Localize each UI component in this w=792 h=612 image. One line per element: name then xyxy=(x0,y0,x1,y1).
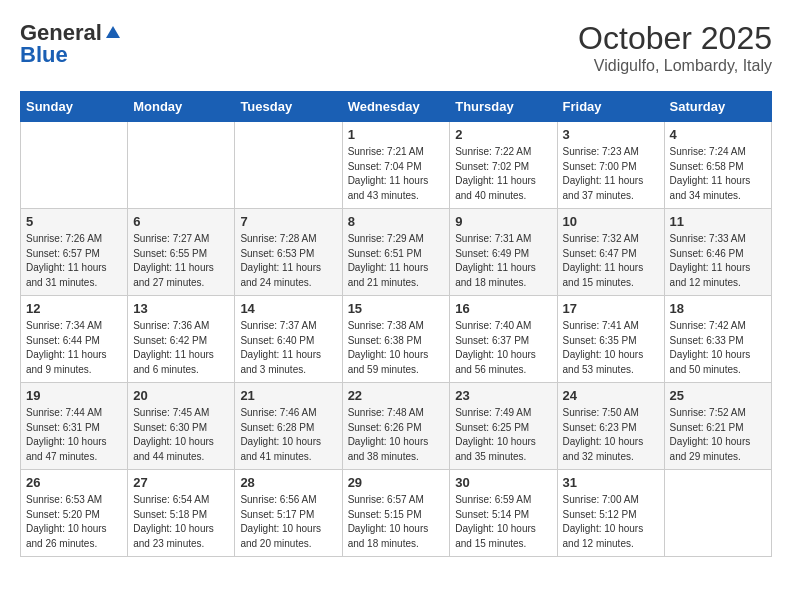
calendar-cell: 15Sunrise: 7:38 AM Sunset: 6:38 PM Dayli… xyxy=(342,296,450,383)
calendar-cell: 6Sunrise: 7:27 AM Sunset: 6:55 PM Daylig… xyxy=(128,209,235,296)
day-info: Sunrise: 7:21 AM Sunset: 7:04 PM Dayligh… xyxy=(348,145,445,203)
calendar-cell: 17Sunrise: 7:41 AM Sunset: 6:35 PM Dayli… xyxy=(557,296,664,383)
day-info: Sunrise: 6:56 AM Sunset: 5:17 PM Dayligh… xyxy=(240,493,336,551)
day-number: 21 xyxy=(240,388,336,403)
logo-blue: Blue xyxy=(20,42,68,68)
calendar-cell: 27Sunrise: 6:54 AM Sunset: 5:18 PM Dayli… xyxy=(128,470,235,557)
day-info: Sunrise: 7:52 AM Sunset: 6:21 PM Dayligh… xyxy=(670,406,766,464)
calendar-cell: 31Sunrise: 7:00 AM Sunset: 5:12 PM Dayli… xyxy=(557,470,664,557)
day-info: Sunrise: 7:34 AM Sunset: 6:44 PM Dayligh… xyxy=(26,319,122,377)
calendar-week-row: 5Sunrise: 7:26 AM Sunset: 6:57 PM Daylig… xyxy=(21,209,772,296)
day-number: 4 xyxy=(670,127,766,142)
title-block: October 2025 Vidigulfo, Lombardy, Italy xyxy=(578,20,772,75)
day-number: 15 xyxy=(348,301,445,316)
day-info: Sunrise: 6:59 AM Sunset: 5:14 PM Dayligh… xyxy=(455,493,551,551)
calendar-cell: 19Sunrise: 7:44 AM Sunset: 6:31 PM Dayli… xyxy=(21,383,128,470)
location: Vidigulfo, Lombardy, Italy xyxy=(578,57,772,75)
day-number: 22 xyxy=(348,388,445,403)
day-number: 12 xyxy=(26,301,122,316)
day-info: Sunrise: 7:29 AM Sunset: 6:51 PM Dayligh… xyxy=(348,232,445,290)
calendar-cell: 7Sunrise: 7:28 AM Sunset: 6:53 PM Daylig… xyxy=(235,209,342,296)
day-number: 26 xyxy=(26,475,122,490)
calendar-cell: 28Sunrise: 6:56 AM Sunset: 5:17 PM Dayli… xyxy=(235,470,342,557)
day-number: 2 xyxy=(455,127,551,142)
day-number: 24 xyxy=(563,388,659,403)
day-number: 9 xyxy=(455,214,551,229)
calendar-cell: 11Sunrise: 7:33 AM Sunset: 6:46 PM Dayli… xyxy=(664,209,771,296)
day-number: 29 xyxy=(348,475,445,490)
day-info: Sunrise: 7:31 AM Sunset: 6:49 PM Dayligh… xyxy=(455,232,551,290)
calendar-cell: 25Sunrise: 7:52 AM Sunset: 6:21 PM Dayli… xyxy=(664,383,771,470)
day-info: Sunrise: 7:23 AM Sunset: 7:00 PM Dayligh… xyxy=(563,145,659,203)
weekday-header-sunday: Sunday xyxy=(21,92,128,122)
calendar-cell: 12Sunrise: 7:34 AM Sunset: 6:44 PM Dayli… xyxy=(21,296,128,383)
month-title: October 2025 xyxy=(578,20,772,57)
calendar-cell: 24Sunrise: 7:50 AM Sunset: 6:23 PM Dayli… xyxy=(557,383,664,470)
day-info: Sunrise: 7:36 AM Sunset: 6:42 PM Dayligh… xyxy=(133,319,229,377)
day-info: Sunrise: 7:32 AM Sunset: 6:47 PM Dayligh… xyxy=(563,232,659,290)
day-info: Sunrise: 7:49 AM Sunset: 6:25 PM Dayligh… xyxy=(455,406,551,464)
calendar-cell xyxy=(128,122,235,209)
day-number: 5 xyxy=(26,214,122,229)
day-info: Sunrise: 7:37 AM Sunset: 6:40 PM Dayligh… xyxy=(240,319,336,377)
calendar-cell: 23Sunrise: 7:49 AM Sunset: 6:25 PM Dayli… xyxy=(450,383,557,470)
calendar-cell: 2Sunrise: 7:22 AM Sunset: 7:02 PM Daylig… xyxy=(450,122,557,209)
day-number: 18 xyxy=(670,301,766,316)
calendar-cell xyxy=(664,470,771,557)
day-info: Sunrise: 7:33 AM Sunset: 6:46 PM Dayligh… xyxy=(670,232,766,290)
day-number: 19 xyxy=(26,388,122,403)
calendar-cell: 21Sunrise: 7:46 AM Sunset: 6:28 PM Dayli… xyxy=(235,383,342,470)
weekday-header-tuesday: Tuesday xyxy=(235,92,342,122)
day-info: Sunrise: 7:22 AM Sunset: 7:02 PM Dayligh… xyxy=(455,145,551,203)
calendar-cell: 14Sunrise: 7:37 AM Sunset: 6:40 PM Dayli… xyxy=(235,296,342,383)
day-number: 7 xyxy=(240,214,336,229)
day-number: 25 xyxy=(670,388,766,403)
day-number: 23 xyxy=(455,388,551,403)
day-number: 3 xyxy=(563,127,659,142)
day-number: 27 xyxy=(133,475,229,490)
svg-marker-0 xyxy=(106,26,120,38)
calendar-cell: 8Sunrise: 7:29 AM Sunset: 6:51 PM Daylig… xyxy=(342,209,450,296)
page-header: General Blue October 2025 Vidigulfo, Lom… xyxy=(20,20,772,75)
calendar-cell: 9Sunrise: 7:31 AM Sunset: 6:49 PM Daylig… xyxy=(450,209,557,296)
day-info: Sunrise: 7:40 AM Sunset: 6:37 PM Dayligh… xyxy=(455,319,551,377)
day-number: 13 xyxy=(133,301,229,316)
calendar-cell: 16Sunrise: 7:40 AM Sunset: 6:37 PM Dayli… xyxy=(450,296,557,383)
weekday-header-saturday: Saturday xyxy=(664,92,771,122)
day-info: Sunrise: 7:50 AM Sunset: 6:23 PM Dayligh… xyxy=(563,406,659,464)
calendar-cell: 29Sunrise: 6:57 AM Sunset: 5:15 PM Dayli… xyxy=(342,470,450,557)
day-info: Sunrise: 7:48 AM Sunset: 6:26 PM Dayligh… xyxy=(348,406,445,464)
day-number: 30 xyxy=(455,475,551,490)
day-info: Sunrise: 7:24 AM Sunset: 6:58 PM Dayligh… xyxy=(670,145,766,203)
day-number: 28 xyxy=(240,475,336,490)
calendar-table: SundayMondayTuesdayWednesdayThursdayFrid… xyxy=(20,91,772,557)
weekday-header-friday: Friday xyxy=(557,92,664,122)
day-info: Sunrise: 7:46 AM Sunset: 6:28 PM Dayligh… xyxy=(240,406,336,464)
weekday-header-monday: Monday xyxy=(128,92,235,122)
day-number: 10 xyxy=(563,214,659,229)
weekday-header-row: SundayMondayTuesdayWednesdayThursdayFrid… xyxy=(21,92,772,122)
calendar-week-row: 19Sunrise: 7:44 AM Sunset: 6:31 PM Dayli… xyxy=(21,383,772,470)
day-number: 17 xyxy=(563,301,659,316)
day-number: 8 xyxy=(348,214,445,229)
calendar-cell: 5Sunrise: 7:26 AM Sunset: 6:57 PM Daylig… xyxy=(21,209,128,296)
calendar-cell: 30Sunrise: 6:59 AM Sunset: 5:14 PM Dayli… xyxy=(450,470,557,557)
day-info: Sunrise: 7:45 AM Sunset: 6:30 PM Dayligh… xyxy=(133,406,229,464)
day-info: Sunrise: 7:38 AM Sunset: 6:38 PM Dayligh… xyxy=(348,319,445,377)
calendar-week-row: 12Sunrise: 7:34 AM Sunset: 6:44 PM Dayli… xyxy=(21,296,772,383)
day-number: 31 xyxy=(563,475,659,490)
calendar-cell: 3Sunrise: 7:23 AM Sunset: 7:00 PM Daylig… xyxy=(557,122,664,209)
calendar-cell: 18Sunrise: 7:42 AM Sunset: 6:33 PM Dayli… xyxy=(664,296,771,383)
day-info: Sunrise: 7:27 AM Sunset: 6:55 PM Dayligh… xyxy=(133,232,229,290)
day-number: 20 xyxy=(133,388,229,403)
calendar-cell: 10Sunrise: 7:32 AM Sunset: 6:47 PM Dayli… xyxy=(557,209,664,296)
day-number: 1 xyxy=(348,127,445,142)
calendar-cell: 4Sunrise: 7:24 AM Sunset: 6:58 PM Daylig… xyxy=(664,122,771,209)
day-info: Sunrise: 7:42 AM Sunset: 6:33 PM Dayligh… xyxy=(670,319,766,377)
day-info: Sunrise: 7:44 AM Sunset: 6:31 PM Dayligh… xyxy=(26,406,122,464)
logo-bird-icon xyxy=(104,24,122,42)
calendar-cell: 20Sunrise: 7:45 AM Sunset: 6:30 PM Dayli… xyxy=(128,383,235,470)
day-info: Sunrise: 6:53 AM Sunset: 5:20 PM Dayligh… xyxy=(26,493,122,551)
calendar-cell: 13Sunrise: 7:36 AM Sunset: 6:42 PM Dayli… xyxy=(128,296,235,383)
day-info: Sunrise: 7:28 AM Sunset: 6:53 PM Dayligh… xyxy=(240,232,336,290)
